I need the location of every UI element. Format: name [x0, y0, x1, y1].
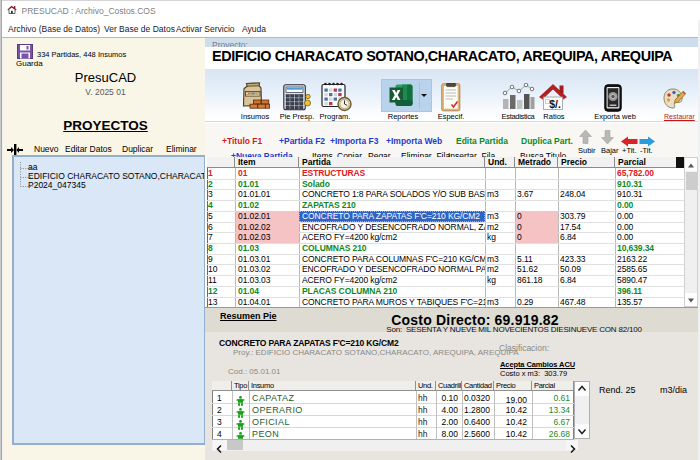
svg-text:$/.: $/.	[549, 98, 561, 110]
svg-text:CEMENT: CEMENT	[246, 92, 260, 96]
